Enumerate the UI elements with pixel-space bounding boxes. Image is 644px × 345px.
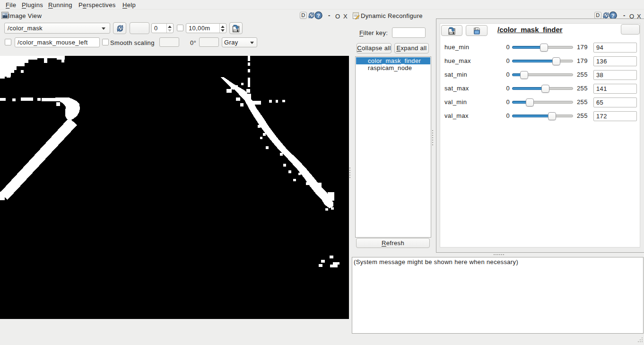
svg-text:?: ?	[317, 13, 320, 18]
svg-text:?: ?	[611, 13, 615, 18]
